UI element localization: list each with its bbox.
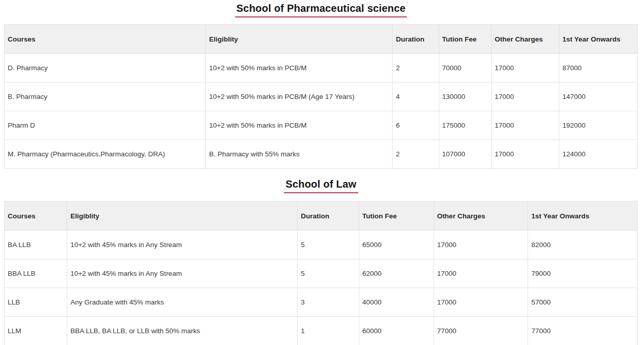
table-cell: B. Pharmacy with 55% marks (206, 140, 393, 169)
school-section: School of Law CoursesEligiblityDurationT… (4, 178, 638, 345)
table-cell: 17000 (434, 259, 528, 288)
table-cell: 147000 (559, 83, 637, 111)
table-cell: BBA LLB (5, 259, 67, 288)
table-header: CoursesEligiblityDurationTution FeeOther… (5, 25, 638, 54)
table-row: M. Pharmacy (Pharmaceutics,Pharmacology,… (5, 140, 638, 169)
table-cell: 175000 (439, 111, 491, 140)
table-cell: 5 (298, 259, 359, 288)
header-row: CoursesEligiblityDurationTution FeeOther… (5, 25, 638, 54)
column-header: Courses (5, 25, 206, 54)
table-cell: 5 (298, 231, 359, 259)
table-cell: 82000 (528, 231, 638, 259)
table-cell: 10+2 with 50% marks in PCB/M (206, 111, 393, 140)
section-title-wrap: School of Pharmaceutical science (4, 3, 638, 17)
table-cell: D. Pharmacy (5, 54, 206, 83)
table-row: Pharm D10+2 with 50% marks in PCB/M61750… (5, 111, 638, 140)
column-header: Duration (298, 201, 359, 231)
header-row: CoursesEligiblityDurationTution FeeOther… (5, 201, 638, 231)
table-cell: Any Graduate with 45% marks (67, 288, 298, 317)
table-cell: 17000 (491, 111, 559, 140)
column-header: Eligiblity (67, 201, 298, 231)
table-cell: BA LLB (5, 231, 67, 259)
fees-table: CoursesEligiblityDurationTution FeeOther… (4, 201, 638, 345)
fees-table: CoursesEligiblityDurationTution FeeOther… (4, 24, 638, 169)
table-cell: 124000 (559, 140, 637, 169)
section-title-wrap: School of Law (4, 178, 638, 193)
table-cell: 130000 (439, 83, 491, 111)
table-cell: 192000 (559, 111, 637, 140)
table-cell: 65000 (359, 231, 434, 259)
section-title: School of Law (284, 178, 358, 193)
table-cell: 17000 (491, 140, 559, 169)
table-cell: 60000 (359, 317, 434, 345)
table-cell: B. Pharmacy (5, 83, 206, 111)
table-cell: 10+2 with 45% marks in Any Stream (67, 259, 298, 288)
column-header: 1st Year Onwards (559, 25, 637, 54)
table-row: LLBAny Graduate with 45% marks3400001700… (5, 288, 638, 317)
table-cell: 4 (393, 83, 439, 111)
table-cell: 1 (298, 317, 359, 345)
table-cell: 57000 (528, 288, 638, 317)
column-header: Other Charges (434, 201, 528, 231)
table-cell: 2 (393, 140, 439, 169)
column-header: Tution Fee (359, 201, 434, 231)
column-header: Duration (393, 25, 439, 54)
column-header: Tution Fee (439, 25, 491, 54)
table-cell: 17000 (434, 288, 528, 317)
table-cell: 77000 (434, 317, 528, 345)
section-title: School of Pharmaceutical science (235, 3, 407, 17)
table-cell: 79000 (528, 259, 638, 288)
table-cell: 40000 (359, 288, 434, 317)
table-row: LLMBBA LLB, BA LLB, or LLB with 50% mark… (5, 317, 638, 345)
column-header: Other Charges (491, 25, 559, 54)
column-header: Courses (5, 201, 67, 231)
school-section: School of Pharmaceutical science Courses… (4, 3, 638, 169)
table-row: B. Pharmacy10+2 with 50% marks in PCB/M … (5, 83, 638, 111)
table-cell: 62000 (359, 259, 434, 288)
table-cell: LLB (5, 288, 67, 317)
table-body: BA LLB10+2 with 45% marks in Any Stream5… (5, 231, 638, 345)
table-cell: 10+2 with 50% marks in PCB/M (Age 17 Yea… (206, 83, 393, 111)
table-cell: 10+2 with 45% marks in Any Stream (67, 231, 298, 259)
table-cell: Pharm D (5, 111, 206, 140)
table-row: BBA LLB10+2 with 45% marks in Any Stream… (5, 259, 638, 288)
table-cell: 17000 (434, 231, 528, 259)
table-cell: 17000 (491, 83, 559, 111)
table-cell: 70000 (439, 54, 491, 83)
fee-structure-page: School of Pharmaceutical science Courses… (0, 0, 644, 345)
table-body: D. Pharmacy10+2 with 50% marks in PCB/M2… (5, 54, 638, 169)
column-header: Eligiblity (206, 25, 393, 54)
table-cell: 87000 (559, 54, 637, 83)
table-cell: BBA LLB, BA LLB, or LLB with 50% marks (67, 317, 298, 345)
table-cell: 2 (393, 54, 439, 83)
table-cell: 6 (393, 111, 439, 140)
table-cell: 107000 (439, 140, 491, 169)
column-header: 1st Year Onwards (528, 201, 638, 231)
table-cell: 10+2 with 50% marks in PCB/M (206, 54, 393, 83)
table-cell: LLM (5, 317, 67, 345)
table-row: BA LLB10+2 with 45% marks in Any Stream5… (5, 231, 638, 259)
table-cell: 77000 (528, 317, 638, 345)
table-header: CoursesEligiblityDurationTution FeeOther… (5, 201, 638, 231)
table-cell: 3 (298, 288, 359, 317)
table-row: D. Pharmacy10+2 with 50% marks in PCB/M2… (5, 54, 638, 83)
table-cell: 17000 (491, 54, 559, 83)
table-cell: M. Pharmacy (Pharmaceutics,Pharmacology,… (5, 140, 206, 169)
